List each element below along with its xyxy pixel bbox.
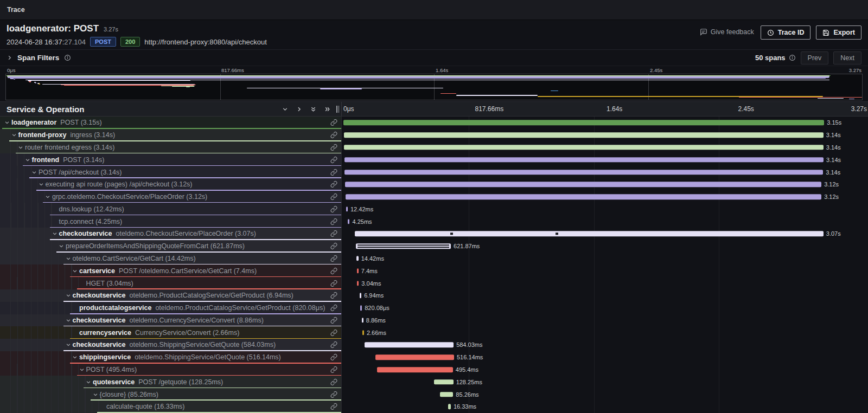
link-icon[interactable] bbox=[330, 317, 337, 324]
span-bar-cell[interactable]: 3.14s bbox=[342, 141, 868, 154]
span-row[interactable]: POST (495.4ms) 495.4ms bbox=[0, 364, 868, 376]
span-bar[interactable] bbox=[356, 243, 451, 249]
collapse-one-icon[interactable] bbox=[282, 106, 289, 113]
span-bar[interactable] bbox=[348, 219, 349, 224]
span-bar-cell[interactable]: 7.4ms bbox=[342, 264, 868, 277]
span-name-cell[interactable]: POST (495.4ms) bbox=[0, 364, 342, 376]
expand-all-icon[interactable] bbox=[324, 106, 331, 113]
span-bar-cell[interactable]: 4.25ms bbox=[342, 215, 868, 228]
span-bar[interactable] bbox=[357, 268, 359, 274]
span-row[interactable]: POST /api/checkout (3.14s) 3.14s bbox=[0, 166, 868, 178]
span-name-cell[interactable]: checkoutservice oteldemo.CheckoutService… bbox=[0, 228, 342, 240]
span-bar-cell[interactable]: 3.15s bbox=[342, 117, 868, 129]
link-icon[interactable] bbox=[330, 305, 337, 312]
link-icon[interactable] bbox=[330, 193, 337, 201]
link-icon[interactable] bbox=[330, 341, 337, 349]
trace-id-button[interactable]: Trace ID bbox=[761, 25, 811, 40]
span-bar-cell[interactable]: 3.07s bbox=[342, 228, 868, 240]
span-bar-cell[interactable]: 16.33ms bbox=[342, 401, 868, 413]
span-bar[interactable] bbox=[362, 330, 364, 335]
next-button[interactable]: Next bbox=[833, 51, 861, 64]
link-icon[interactable] bbox=[330, 205, 337, 212]
span-bar-cell[interactable]: 85.26ms bbox=[342, 388, 868, 401]
span-row[interactable]: calculate-quote (16.33ms) 16.33ms bbox=[0, 401, 868, 413]
span-row[interactable]: oteldemo.CartService/GetCart (14.42ms) 1… bbox=[0, 253, 868, 265]
span-name-cell[interactable]: POST /api/checkout (3.14s) bbox=[0, 166, 342, 178]
span-name-cell[interactable]: tcp.connect (4.25ms) bbox=[0, 215, 342, 228]
span-bar[interactable] bbox=[377, 367, 452, 372]
span-bar-cell[interactable]: 495.4ms bbox=[342, 364, 868, 376]
span-bar-cell[interactable]: 3.14s bbox=[342, 153, 868, 166]
link-icon[interactable] bbox=[330, 280, 337, 287]
link-icon[interactable] bbox=[330, 378, 337, 385]
column-resize-handle[interactable] bbox=[336, 106, 340, 113]
span-name-cell[interactable]: calculate-quote (16.33ms) bbox=[0, 401, 342, 413]
link-icon[interactable] bbox=[330, 366, 337, 373]
span-name-cell[interactable]: productcatalogservice oteldemo.ProductCa… bbox=[0, 302, 342, 314]
span-bar-cell[interactable]: 8.86ms bbox=[342, 314, 868, 327]
span-name-cell[interactable]: executing api route (pages) /api/checkou… bbox=[0, 178, 342, 191]
span-bar-cell[interactable]: 2.66ms bbox=[342, 326, 868, 339]
collapse-all-icon[interactable] bbox=[310, 106, 317, 113]
span-row[interactable]: prepareOrderItemsAndShippingQuoteFromCar… bbox=[0, 240, 868, 253]
span-row[interactable]: frontend-proxy ingress (3.14s) 3.14s bbox=[0, 129, 868, 141]
span-name-cell[interactable]: router frontend egress (3.14s) bbox=[0, 141, 342, 154]
span-row[interactable]: frontend POST (3.14s) 3.14s bbox=[0, 153, 868, 166]
span-bar[interactable] bbox=[344, 132, 823, 138]
link-icon[interactable] bbox=[330, 292, 337, 299]
link-icon[interactable] bbox=[330, 132, 337, 139]
link-icon[interactable] bbox=[330, 230, 337, 237]
span-bar-cell[interactable]: 3.14s bbox=[342, 129, 868, 141]
span-row[interactable]: executing api route (pages) /api/checkou… bbox=[0, 178, 868, 191]
give-feedback-button[interactable]: Give feedback bbox=[699, 25, 755, 38]
span-row[interactable]: dns.lookup (12.42ms) 12.42ms bbox=[0, 203, 868, 215]
span-bar[interactable] bbox=[344, 170, 824, 175]
span-name-cell[interactable]: loadgenerator POST (3.15s) bbox=[0, 117, 342, 129]
span-bar[interactable] bbox=[448, 404, 451, 410]
span-name-cell[interactable]: {closure} (85.26ms) bbox=[0, 388, 342, 401]
span-bar[interactable] bbox=[346, 194, 821, 199]
span-bar-cell[interactable]: 820.08μs bbox=[342, 302, 868, 314]
span-row[interactable]: checkoutservice oteldemo.CurrencyService… bbox=[0, 314, 868, 327]
span-bar[interactable] bbox=[440, 392, 453, 397]
span-bar-cell[interactable]: 128.25ms bbox=[342, 376, 868, 388]
span-name-cell[interactable]: cartservice POST /oteldemo.CartService/G… bbox=[0, 264, 342, 277]
link-icon[interactable] bbox=[330, 119, 337, 126]
span-bar[interactable] bbox=[362, 318, 363, 323]
span-row[interactable]: productcatalogservice oteldemo.ProductCa… bbox=[0, 302, 868, 314]
span-row[interactable]: grpc.oteldemo.CheckoutService/PlaceOrder… bbox=[0, 191, 868, 203]
link-icon[interactable] bbox=[330, 156, 337, 163]
span-name-cell[interactable]: checkoutservice oteldemo.CurrencyService… bbox=[0, 314, 342, 327]
export-button[interactable]: Export bbox=[816, 25, 861, 40]
span-row[interactable]: shippingservice oteldemo.ShippingService… bbox=[0, 351, 868, 364]
span-name-cell[interactable]: oteldemo.CartService/GetCart (14.42ms) bbox=[0, 253, 342, 265]
span-bar-cell[interactable]: 6.94ms bbox=[342, 289, 868, 302]
span-bar[interactable] bbox=[344, 157, 824, 163]
span-name-cell[interactable]: prepareOrderItemsAndShippingQuoteFromCar… bbox=[0, 240, 342, 253]
chevron-right-icon[interactable] bbox=[7, 55, 12, 61]
span-row[interactable]: tcp.connect (4.25ms) 4.25ms bbox=[0, 215, 868, 228]
link-icon[interactable] bbox=[330, 403, 337, 410]
span-name-cell[interactable]: frontend-proxy ingress (3.14s) bbox=[0, 129, 342, 141]
span-bar-cell[interactable]: 3.12s bbox=[342, 191, 868, 203]
span-bar-cell[interactable]: 3.04ms bbox=[342, 277, 868, 289]
link-icon[interactable] bbox=[330, 391, 337, 398]
span-name-cell[interactable]: shippingservice oteldemo.ShippingService… bbox=[0, 351, 342, 364]
span-row[interactable]: checkoutservice oteldemo.CheckoutService… bbox=[0, 228, 868, 240]
span-row[interactable]: HGET (3.04ms) 3.04ms bbox=[0, 277, 868, 289]
link-icon[interactable] bbox=[330, 218, 337, 225]
span-name-cell[interactable]: currencyservice CurrencyService/Convert … bbox=[0, 326, 342, 339]
span-bar[interactable] bbox=[375, 354, 454, 360]
span-bar-cell[interactable]: 12.42ms bbox=[342, 203, 868, 215]
span-bar[interactable] bbox=[360, 293, 361, 299]
span-row[interactable]: checkoutservice oteldemo.ShippingService… bbox=[0, 339, 868, 351]
span-name-cell[interactable]: frontend POST (3.14s) bbox=[0, 153, 342, 166]
span-bar-cell[interactable]: 516.14ms bbox=[342, 351, 868, 364]
expand-one-icon[interactable] bbox=[296, 106, 303, 113]
link-icon[interactable] bbox=[330, 243, 337, 250]
span-row[interactable]: currencyservice CurrencyService/Convert … bbox=[0, 326, 868, 339]
link-icon[interactable] bbox=[330, 354, 337, 361]
link-icon[interactable] bbox=[330, 169, 337, 176]
span-bar-cell[interactable]: 621.87ms bbox=[342, 240, 868, 253]
span-bar[interactable] bbox=[343, 120, 824, 126]
